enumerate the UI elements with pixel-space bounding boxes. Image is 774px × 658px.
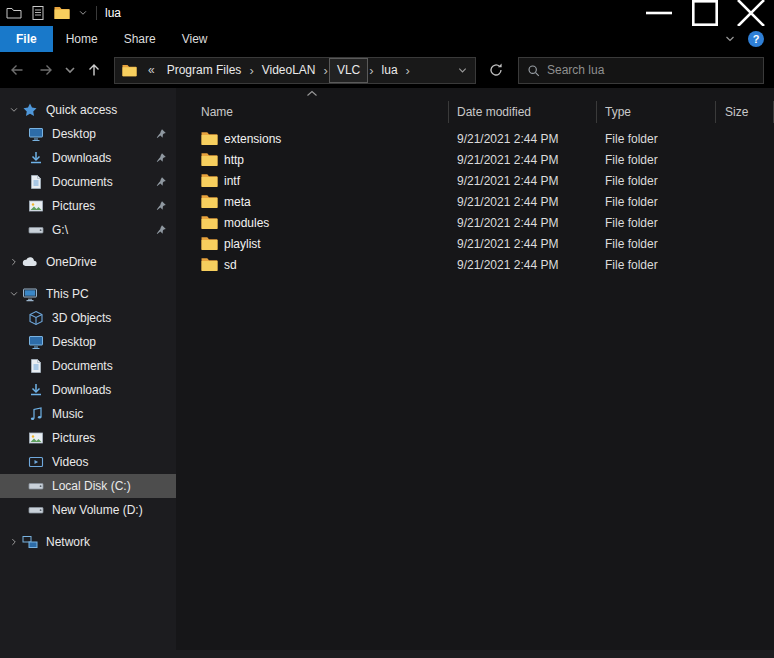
search-box[interactable] bbox=[518, 57, 764, 84]
refresh-button[interactable] bbox=[483, 57, 509, 83]
folder-icon bbox=[201, 131, 218, 146]
drive-icon bbox=[28, 502, 44, 518]
breadcrumb-overflow[interactable]: « bbox=[143, 63, 160, 77]
file-date-modified: 9/21/2021 2:44 PM bbox=[449, 170, 597, 191]
sidebar-item-label: New Volume (D:) bbox=[52, 503, 143, 517]
file-size bbox=[716, 170, 774, 191]
address-bar[interactable]: « Program Files›VideoLAN›VLC›lua› bbox=[114, 57, 476, 84]
back-button[interactable] bbox=[4, 57, 30, 83]
file-list-pane[interactable]: NameDate modifiedTypeSize extensions9/21… bbox=[176, 88, 774, 650]
minimize-button[interactable] bbox=[636, 0, 682, 26]
sidebar-section-onedrive[interactable]: OneDrive bbox=[0, 250, 176, 274]
file-type: File folder bbox=[597, 128, 716, 149]
sidebar-item-3d-objects[interactable]: 3D Objects bbox=[0, 306, 176, 330]
column-header-name[interactable]: Name bbox=[176, 101, 449, 123]
file-row[interactable]: http9/21/2021 2:44 PMFile folder bbox=[176, 149, 774, 170]
sidebar-item-documents[interactable]: Documents bbox=[0, 354, 176, 378]
file-type: File folder bbox=[597, 254, 716, 275]
file-row[interactable]: modules9/21/2021 2:44 PMFile folder bbox=[176, 212, 774, 233]
sidebar-item-downloads[interactable]: Downloads bbox=[0, 378, 176, 402]
desktop-icon bbox=[28, 334, 44, 350]
sidebar-item-desktop[interactable]: Desktop bbox=[0, 330, 176, 354]
forward-button[interactable] bbox=[33, 57, 59, 83]
search-icon bbox=[527, 64, 540, 77]
sidebar-item-label: Documents bbox=[52, 359, 113, 373]
file-row[interactable]: meta9/21/2021 2:44 PMFile folder bbox=[176, 191, 774, 212]
column-header-size[interactable]: Size bbox=[716, 101, 774, 123]
sidebar-item-label: Videos bbox=[52, 455, 88, 469]
desktop-icon bbox=[28, 126, 44, 142]
pin-icon bbox=[155, 152, 167, 164]
sidebar-item-downloads[interactable]: Downloads bbox=[0, 146, 176, 170]
window-controls bbox=[636, 0, 774, 26]
sidebar-section-label: Quick access bbox=[46, 103, 117, 117]
cloud-icon bbox=[22, 254, 38, 270]
maximize-button[interactable] bbox=[682, 0, 728, 26]
file-date-modified: 9/21/2021 2:44 PM bbox=[449, 254, 597, 275]
sidebar-item-g[interactable]: G:\ bbox=[0, 218, 176, 242]
tab-view[interactable]: View bbox=[169, 26, 221, 52]
breadcrumb-item[interactable]: VLC bbox=[329, 58, 368, 83]
file-row[interactable]: extensions9/21/2021 2:44 PMFile folder bbox=[176, 128, 774, 149]
sidebar-section-network[interactable]: Network bbox=[0, 530, 176, 554]
sidebar-item-documents[interactable]: Documents bbox=[0, 170, 176, 194]
pin-icon bbox=[155, 176, 167, 188]
breadcrumb-item[interactable]: Program Files bbox=[160, 58, 249, 83]
window-title: lua bbox=[105, 6, 121, 20]
sidebar-item-label: G:\ bbox=[52, 223, 68, 237]
properties-icon[interactable] bbox=[30, 5, 46, 21]
help-icon[interactable]: ? bbox=[748, 31, 764, 47]
file-name: playlist bbox=[224, 237, 261, 251]
sidebar-item-label: Pictures bbox=[52, 199, 95, 213]
sidebar-item-label: Pictures bbox=[52, 431, 95, 445]
sidebar-section-label: OneDrive bbox=[46, 255, 97, 269]
up-button[interactable] bbox=[81, 57, 107, 83]
column-header-date-modified[interactable]: Date modified bbox=[449, 101, 597, 123]
file-row[interactable]: sd9/21/2021 2:44 PMFile folder bbox=[176, 254, 774, 275]
sidebar-item-desktop[interactable]: Desktop bbox=[0, 122, 176, 146]
new-folder-icon[interactable] bbox=[54, 5, 70, 21]
pc-icon bbox=[22, 286, 38, 302]
document-icon bbox=[28, 358, 44, 374]
tab-file[interactable]: File bbox=[0, 26, 53, 52]
chevron-right-icon[interactable] bbox=[9, 537, 19, 547]
breadcrumb-separator-icon[interactable]: › bbox=[405, 63, 411, 78]
chevron-down-icon[interactable] bbox=[9, 105, 19, 115]
sidebar-item-videos[interactable]: Videos bbox=[0, 450, 176, 474]
sidebar-item-new-volume-d[interactable]: New Volume (D:) bbox=[0, 498, 176, 522]
file-size bbox=[716, 212, 774, 233]
file-size bbox=[716, 254, 774, 275]
breadcrumb-item[interactable]: VideoLAN bbox=[255, 58, 323, 83]
address-dropdown-chevron-icon[interactable] bbox=[457, 65, 468, 76]
location-folder-icon bbox=[122, 63, 137, 78]
qat-customize-chevron-icon[interactable] bbox=[78, 8, 88, 18]
sidebar-item-pictures[interactable]: Pictures bbox=[0, 426, 176, 450]
recent-locations-chevron-icon[interactable] bbox=[62, 57, 78, 83]
tab-share[interactable]: Share bbox=[111, 26, 169, 52]
file-name: intf bbox=[224, 174, 240, 188]
sidebar-item-music[interactable]: Music bbox=[0, 402, 176, 426]
tab-home[interactable]: Home bbox=[53, 26, 111, 52]
sidebar-item-label: Music bbox=[52, 407, 83, 421]
file-row[interactable]: intf9/21/2021 2:44 PMFile folder bbox=[176, 170, 774, 191]
search-input[interactable] bbox=[547, 63, 755, 77]
sidebar-item-local-disk-c[interactable]: Local Disk (C:) bbox=[0, 474, 176, 498]
sidebar-item-pictures[interactable]: Pictures bbox=[0, 194, 176, 218]
sort-ascending-icon bbox=[306, 90, 318, 97]
sidebar-item-label: Local Disk (C:) bbox=[52, 479, 131, 493]
expand-ribbon-chevron-icon[interactable] bbox=[724, 33, 736, 45]
breadcrumb-item[interactable]: lua bbox=[375, 58, 405, 83]
sidebar-item-label: 3D Objects bbox=[52, 311, 111, 325]
pin-icon bbox=[155, 200, 167, 212]
chevron-right-icon[interactable] bbox=[9, 257, 19, 267]
chevron-down-icon[interactable] bbox=[9, 289, 19, 299]
file-size bbox=[716, 233, 774, 254]
sidebar-section-quick-access[interactable]: Quick access bbox=[0, 98, 176, 122]
file-row[interactable]: playlist9/21/2021 2:44 PMFile folder bbox=[176, 233, 774, 254]
close-button[interactable] bbox=[728, 0, 774, 26]
file-type: File folder bbox=[597, 191, 716, 212]
document-icon bbox=[28, 174, 44, 190]
file-size bbox=[716, 191, 774, 212]
column-header-type[interactable]: Type bbox=[597, 101, 716, 123]
sidebar-section-this-pc[interactable]: This PC bbox=[0, 282, 176, 306]
